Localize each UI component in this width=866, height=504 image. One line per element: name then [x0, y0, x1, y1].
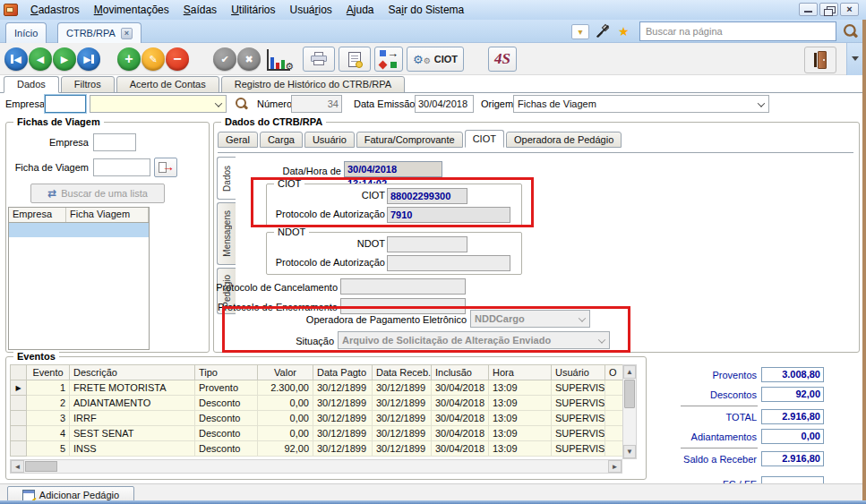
menu-item-saídas[interactable]: Saídas [176, 0, 224, 20]
ctrb-tab-geral[interactable]: Geral [218, 132, 258, 148]
empresa-code-input[interactable] [45, 95, 86, 113]
eventos-cell [605, 441, 623, 457]
scroll-left-icon[interactable]: ◄ [11, 460, 24, 473]
print-button[interactable] [303, 47, 335, 72]
fichas-grid-selected-row[interactable] [9, 223, 149, 237]
eventos-hscrollbar[interactable]: ◄ ► [10, 459, 622, 474]
eventos-grid[interactable]: EventoDescriçãoTipoValorData PagtoData R… [10, 364, 623, 457]
page-tab-filtros[interactable]: Filtros [61, 76, 115, 93]
go-to-ficha-button[interactable]: → [154, 158, 177, 177]
ctrb-tab-carga[interactable]: Carga [260, 132, 303, 148]
ctrb-tab-fatura-comprovante[interactable]: Fatura/Comprovante [356, 132, 463, 148]
eventos-col-o[interactable]: O [605, 365, 623, 380]
restore-button[interactable] [819, 3, 838, 16]
summary-value: 2.916,80 [761, 409, 824, 424]
chevron-down-icon [579, 314, 586, 321]
scroll-up-icon[interactable]: ▲ [623, 365, 636, 379]
side-tab-mensagens[interactable]: Mensagens [217, 202, 236, 265]
eventos-col-valor[interactable]: Valor [258, 365, 313, 380]
scrollbar-thumb[interactable] [624, 380, 635, 408]
eventos-col-hora[interactable]: Hora [489, 365, 552, 380]
ciot-button-label: CIOT [434, 54, 458, 64]
scroll-right-icon[interactable]: ► [608, 460, 622, 473]
eventos-vscrollbar[interactable]: ▲ ▼ [622, 364, 637, 459]
fichas-grid-header-ficha-viagem: Ficha Viagem [66, 208, 149, 222]
origem-combo[interactable]: Fichas de Viagem [513, 95, 769, 113]
situacao-label: Situação [244, 332, 334, 350]
brand-button[interactable]: 4S [488, 47, 517, 72]
ctrb-tab-ciot[interactable]: CIOT [465, 130, 504, 148]
delete-button[interactable]: − [166, 47, 189, 71]
cancelamento-field [340, 278, 466, 295]
eventos-col-data-receb-[interactable]: Data Receb. [373, 365, 432, 380]
close-tab-icon[interactable]: × [121, 28, 133, 39]
row-marker-cell: ▶ [11, 380, 27, 396]
row-marker-cell [11, 441, 27, 457]
data-emissao-input[interactable]: 30/04/2018 [415, 95, 474, 113]
export-icon: → [379, 49, 399, 69]
table-row[interactable]: ▶1FRETE MOTORISTAProvento2.300,0030/12/1… [11, 380, 623, 396]
tab-inicio[interactable]: Início [5, 22, 47, 43]
report-button[interactable] [339, 47, 371, 72]
eventos-cell [605, 380, 623, 396]
eventos-col-evento[interactable]: Evento [27, 365, 70, 380]
table-row[interactable]: 3IRRFDesconto0,0030/12/189930/12/189930/… [11, 411, 623, 426]
situacao-combo[interactable]: Arquivo de Solicitação de Alteração Envi… [338, 331, 610, 349]
buscar-lista-label: Buscar de uma lista [61, 188, 148, 199]
search-input[interactable] [639, 21, 836, 41]
menu-item-usuários[interactable]: Usuários [282, 0, 339, 20]
menu-item-movimentações[interactable]: Movimentações [87, 0, 176, 20]
page-tab-registro-de-hist-rico-do-ctrb-rpa[interactable]: Registro de Histórico do CTRB/RPA [221, 76, 405, 93]
buscar-lista-button[interactable]: ⇄ Buscar de uma lista [30, 184, 165, 203]
nav-next-button[interactable]: ▶ [53, 47, 76, 71]
page-tab-acerto-de-contas[interactable]: Acerto de Contas [116, 76, 219, 93]
tab-ctrb-rpa[interactable]: CTRB/RPA × [57, 22, 141, 43]
eventos-col-tipo[interactable]: Tipo [195, 365, 258, 380]
scrollbar-thumb[interactable] [25, 461, 57, 472]
close-button[interactable]: × [840, 3, 859, 16]
eventos-col-usu-rio[interactable]: Usuário [552, 365, 605, 380]
menu-item-cadastros[interactable]: Cadastros [23, 0, 87, 20]
export-button[interactable]: → [374, 47, 403, 72]
side-tab-dados[interactable]: Dados [217, 157, 236, 200]
numero-field: 34 [291, 95, 342, 113]
ciot-button[interactable]: ⚙⚙ CIOT [407, 47, 464, 72]
exit-button[interactable] [804, 47, 836, 73]
chevron-down-icon[interactable]: ▾ [571, 24, 589, 39]
scroll-down-icon[interactable]: ▼ [623, 445, 636, 458]
lookup-icon[interactable] [235, 97, 249, 111]
fichas-grid[interactable]: EmpresaFicha Viagem [8, 207, 150, 350]
pin-icon[interactable] [596, 24, 610, 38]
eventos-col-inclus-o[interactable]: Inclusão [432, 365, 489, 380]
search-icon[interactable] [843, 23, 859, 39]
menu-item-utilitários[interactable]: Utilitários [224, 0, 282, 20]
add-button[interactable]: + [117, 47, 141, 71]
table-row[interactable]: 2ADIANTAMENTODesconto0,0030/12/189930/12… [11, 396, 623, 411]
toolbar-overflow[interactable] [846, 43, 862, 75]
nav-first-button[interactable]: ◀ [4, 47, 28, 71]
confirm-button[interactable]: ✔ [213, 47, 236, 71]
eventos-col-data-pagto[interactable]: Data Pagto [313, 365, 373, 380]
ctrb-tab-usu-rio[interactable]: Usuário [304, 132, 355, 148]
page-tab-dados[interactable]: Dados [4, 76, 59, 93]
summary-value: 92,00 [761, 387, 824, 402]
cancel-button[interactable]: ✖ [237, 47, 261, 71]
eventos-col-descri-o[interactable]: Descrição [70, 365, 195, 380]
ctrb-tab-operadora-de-ped-gio[interactable]: Operadora de Pedágio [506, 132, 622, 148]
menu-item-ajuda[interactable]: Ajuda [339, 0, 382, 20]
fichas-ficha-input[interactable] [93, 158, 150, 176]
nav-last-button[interactable]: ▶ [77, 47, 100, 71]
fichas-empresa-input[interactable] [93, 133, 136, 151]
edit-button[interactable]: ✎ [141, 47, 165, 71]
chart-config-button[interactable]: ⚙ [267, 49, 290, 71]
table-row[interactable]: 4SEST SENATDesconto0,0030/12/189930/12/1… [11, 426, 623, 441]
table-row[interactable]: 5INSSDesconto92,0030/12/189930/12/189930… [11, 441, 623, 457]
operadora-combo[interactable]: NDDCargo [470, 310, 590, 328]
eventos-cell: 30/04/2018 [432, 380, 489, 396]
empresa-combo[interactable] [90, 95, 227, 113]
nav-previous-button[interactable]: ◀ [29, 47, 52, 71]
summary-separator [681, 448, 758, 448]
menu-item-sair-do-sistema[interactable]: Sair do Sistema [382, 0, 472, 20]
minimize-button[interactable] [799, 3, 818, 16]
favorite-star-icon[interactable]: ★ [618, 23, 630, 39]
